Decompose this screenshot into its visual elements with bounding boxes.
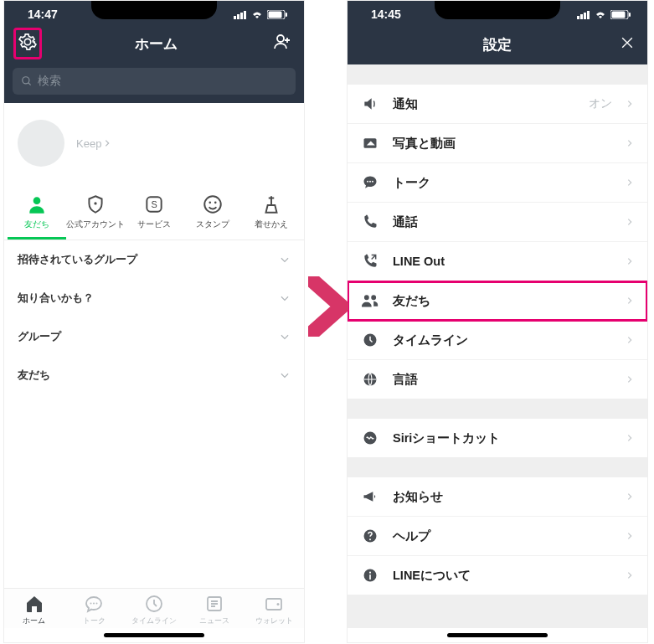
home-icon: [24, 594, 44, 614]
svg-rect-24: [587, 11, 590, 19]
svg-point-30: [367, 181, 368, 183]
section-list: 招待されているグループ 知り合いかも？ グループ 友だち: [4, 240, 304, 394]
chevron-right-icon: [626, 374, 634, 385]
bottom-tab-timeline[interactable]: タイムライン: [124, 594, 184, 626]
chevron-down-icon: [279, 254, 291, 265]
setting-label: 写真と動画: [393, 136, 612, 152]
chat-icon: [361, 173, 379, 192]
wifi-icon: [250, 10, 264, 19]
svg-rect-5: [269, 11, 282, 18]
setting-label: LINE Out: [393, 255, 612, 268]
photo-icon: [361, 134, 379, 152]
setting-row-info[interactable]: LINEについて: [348, 556, 647, 595]
close-button[interactable]: [619, 34, 636, 54]
search-placeholder: 検索: [38, 74, 61, 89]
tab-service[interactable]: S サービス: [125, 188, 183, 240]
setting-row-clock[interactable]: タイムライン: [348, 321, 647, 360]
bottom-tab-news[interactable]: ニュース: [184, 594, 245, 626]
chevron-right-icon: [626, 216, 634, 228]
svg-point-37: [369, 538, 371, 540]
svg-rect-6: [286, 13, 287, 17]
setting-row-megaphone[interactable]: お知らせ: [348, 477, 647, 517]
chevron-right-icon: [626, 530, 634, 542]
settings-button[interactable]: [13, 28, 42, 59]
chevron-right-icon: [626, 98, 634, 110]
svg-rect-27: [629, 13, 631, 17]
bottom-tab-bar: ホーム トーク タイムライン ニュース ウォレット: [4, 588, 304, 628]
chevron-right-icon: [626, 569, 634, 581]
setting-label: 言語: [393, 372, 612, 388]
setting-row-friends[interactable]: 友だち: [348, 281, 647, 321]
section-maybe-know[interactable]: 知り合いかも？: [4, 279, 304, 317]
home-tabs: 友だち 公式アカウント S サービス スタンプ 着せかえ: [4, 188, 304, 240]
add-friend-button[interactable]: [272, 32, 292, 55]
setting-row-photo[interactable]: 写真と動画: [348, 124, 647, 163]
close-icon: [619, 34, 636, 51]
globe-icon: [361, 370, 379, 389]
bottom-tab-home[interactable]: ホーム: [4, 594, 64, 626]
setting-row-chat[interactable]: トーク: [348, 163, 647, 203]
search-bar: 検索: [4, 63, 304, 103]
chevron-right-icon: [626, 137, 634, 149]
svg-rect-2: [240, 13, 243, 19]
phone-icon: [361, 213, 379, 231]
tab-official[interactable]: 公式アカウント: [66, 188, 125, 240]
chevron-right-icon: [626, 432, 634, 444]
notch: [91, 1, 217, 19]
svg-rect-40: [369, 574, 371, 580]
setting-value: オン: [589, 96, 612, 111]
svg-point-15: [93, 603, 95, 605]
setting-row-speaker[interactable]: 通知オン: [348, 85, 647, 124]
page-title: 設定: [483, 35, 512, 54]
setting-label: LINEについて: [393, 568, 612, 584]
brush-icon: [260, 193, 282, 215]
setting-label: お知らせ: [393, 489, 612, 505]
section-friends[interactable]: 友だち: [4, 356, 304, 394]
setting-row-globe[interactable]: 言語: [348, 360, 647, 399]
person-icon: [26, 193, 48, 215]
home-screen: 14:47 ホーム 検索 Keep: [3, 0, 305, 643]
tab-friends[interactable]: 友だち: [8, 188, 66, 240]
svg-text:S: S: [151, 199, 157, 209]
section-invited-groups[interactable]: 招待されているグループ: [4, 240, 304, 279]
smiley-icon: [202, 193, 224, 215]
profile-row[interactable]: Keep: [4, 103, 304, 188]
chevron-right-icon: [626, 295, 634, 307]
search-input[interactable]: 検索: [13, 68, 296, 95]
notch: [435, 1, 560, 19]
setting-row-phone[interactable]: 通話: [348, 203, 647, 242]
clock-icon: [361, 331, 379, 349]
setting-row-help[interactable]: ヘルプ: [348, 517, 647, 556]
svg-rect-26: [612, 11, 626, 18]
svg-point-16: [96, 603, 98, 605]
siri-icon: [361, 429, 379, 447]
setting-row-siri[interactable]: Siriショートカット: [348, 419, 647, 457]
section-groups[interactable]: グループ: [4, 317, 304, 356]
arrow-icon: [308, 276, 348, 337]
tab-theme[interactable]: 着せかえ: [242, 188, 301, 240]
svg-rect-23: [584, 13, 586, 19]
setting-label: 友だち: [393, 293, 612, 309]
bottom-tab-wallet[interactable]: ウォレット: [244, 594, 304, 626]
page-title: ホーム: [135, 34, 178, 54]
status-time: 14:47: [28, 8, 58, 21]
avatar: [18, 120, 64, 167]
status-icons: [234, 10, 287, 19]
nav-bar-settings: 設定: [348, 24, 647, 64]
chevron-right-icon: [626, 255, 634, 267]
settings-list[interactable]: 通知オン写真と動画トーク通話LINE Out友だちタイムライン言語 Siriショ…: [348, 64, 647, 628]
phone-out-icon: [361, 252, 379, 270]
speaker-icon: [361, 95, 379, 113]
tab-stamp[interactable]: スタンプ: [183, 188, 242, 240]
bottom-tab-talk[interactable]: トーク: [64, 594, 125, 626]
signal-icon: [234, 10, 247, 19]
battery-icon: [267, 10, 287, 19]
add-friend-icon: [272, 32, 292, 52]
keep-link[interactable]: Keep: [76, 137, 111, 150]
setting-row-phone-out[interactable]: LINE Out: [348, 242, 647, 281]
clock-icon: [144, 594, 164, 614]
gear-icon: [18, 33, 37, 51]
svg-rect-22: [580, 14, 583, 19]
setting-label: ヘルプ: [393, 528, 612, 544]
signal-icon: [577, 10, 590, 19]
